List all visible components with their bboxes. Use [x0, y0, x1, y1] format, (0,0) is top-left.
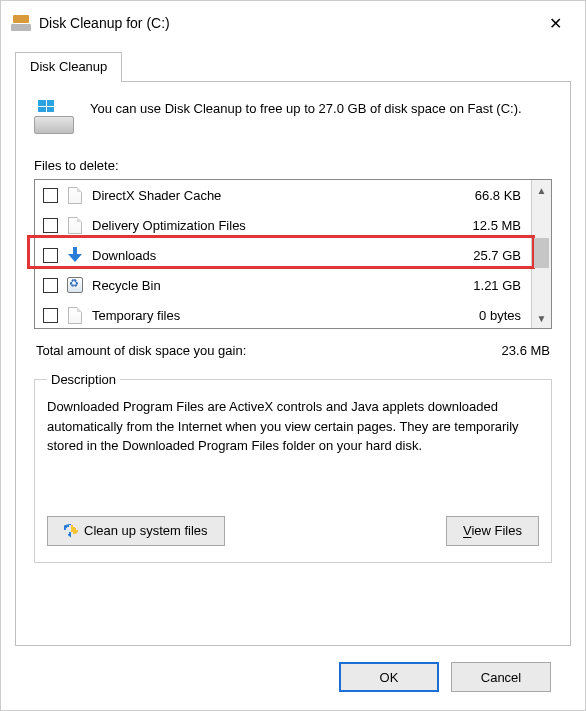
shield-icon	[64, 524, 78, 538]
titlebar: Disk Cleanup for (C:) ✕	[1, 1, 585, 41]
list-item[interactable]: Delivery Optimization Files 12.5 MB	[35, 210, 531, 240]
close-button[interactable]: ✕	[535, 9, 575, 37]
ok-button[interactable]: OK	[339, 662, 439, 692]
item-size: 1.21 GB	[451, 278, 521, 293]
client-area: Disk Cleanup You can use Disk Cleanup to…	[1, 41, 585, 710]
checkbox[interactable]	[43, 248, 58, 263]
total-row: Total amount of disk space you gain: 23.…	[36, 343, 550, 358]
disk-cleanup-icon	[11, 15, 31, 31]
window-title: Disk Cleanup for (C:)	[39, 15, 535, 31]
intro-text: You can use Disk Cleanup to free up to 2…	[90, 100, 522, 140]
total-label: Total amount of disk space you gain:	[36, 343, 246, 358]
tab-body: You can use Disk Cleanup to free up to 2…	[15, 81, 571, 646]
button-label: OK	[380, 670, 399, 685]
description-text: Downloaded Program Files are ActiveX con…	[47, 397, 539, 456]
tab-strip: Disk Cleanup	[15, 51, 571, 81]
item-name: Delivery Optimization Files	[92, 218, 443, 233]
files-to-delete-label: Files to delete:	[34, 158, 552, 173]
button-label: View Files	[463, 523, 522, 538]
checkbox[interactable]	[43, 308, 58, 323]
file-icon	[66, 216, 84, 234]
file-list: DirectX Shader Cache 66.8 KB Delivery Op…	[34, 179, 552, 329]
item-name: Temporary files	[92, 308, 443, 323]
checkbox[interactable]	[43, 218, 58, 233]
scroll-thumb[interactable]	[534, 238, 549, 268]
download-arrow-icon	[66, 246, 84, 264]
item-name: Recycle Bin	[92, 278, 443, 293]
file-icon	[66, 186, 84, 204]
button-label: Clean up system files	[84, 523, 208, 538]
drive-icon	[34, 100, 74, 140]
dialog-footer: OK Cancel	[15, 646, 571, 710]
file-list-items: DirectX Shader Cache 66.8 KB Delivery Op…	[35, 180, 531, 328]
scroll-up-icon[interactable]: ▲	[532, 180, 551, 200]
item-name: DirectX Shader Cache	[92, 188, 443, 203]
item-size: 12.5 MB	[451, 218, 521, 233]
description-buttons: Clean up system files View Files	[47, 516, 539, 546]
description-group: Description Downloaded Program Files are…	[34, 372, 552, 563]
list-item[interactable]: DirectX Shader Cache 66.8 KB	[35, 180, 531, 210]
list-item[interactable]: Recycle Bin 1.21 GB	[35, 270, 531, 300]
list-item[interactable]: Downloads 25.7 GB	[35, 240, 531, 270]
checkbox[interactable]	[43, 278, 58, 293]
total-value: 23.6 MB	[502, 343, 550, 358]
recycle-bin-icon	[66, 276, 84, 294]
tab-label: Disk Cleanup	[30, 59, 107, 74]
intro-row: You can use Disk Cleanup to free up to 2…	[34, 100, 552, 140]
description-legend: Description	[47, 372, 120, 387]
scrollbar[interactable]: ▲ ▼	[531, 180, 551, 328]
item-size: 0 bytes	[451, 308, 521, 323]
scroll-down-icon[interactable]: ▼	[532, 308, 551, 328]
clean-up-system-files-button[interactable]: Clean up system files	[47, 516, 225, 546]
scroll-track[interactable]	[532, 200, 551, 308]
close-icon: ✕	[549, 14, 562, 33]
item-name: Downloads	[92, 248, 443, 263]
checkbox[interactable]	[43, 188, 58, 203]
list-item[interactable]: Temporary files 0 bytes	[35, 300, 531, 330]
item-size: 25.7 GB	[451, 248, 521, 263]
cancel-button[interactable]: Cancel	[451, 662, 551, 692]
view-files-button[interactable]: View Files	[446, 516, 539, 546]
item-size: 66.8 KB	[451, 188, 521, 203]
button-label: Cancel	[481, 670, 521, 685]
file-icon	[66, 306, 84, 324]
tab-disk-cleanup[interactable]: Disk Cleanup	[15, 52, 122, 82]
disk-cleanup-window: Disk Cleanup for (C:) ✕ Disk Cleanup You…	[0, 0, 586, 711]
